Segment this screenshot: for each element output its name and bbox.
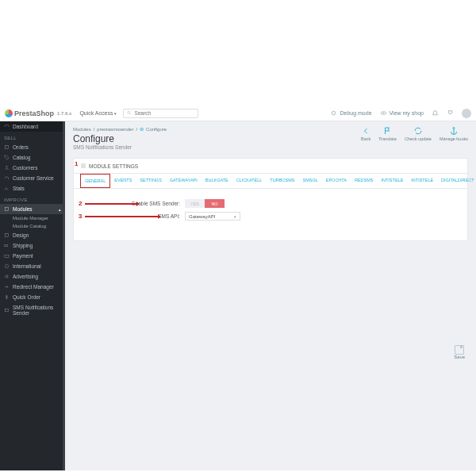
tab-events[interactable]: EVENTS xyxy=(110,174,136,188)
sidebar-section-improve: Improve xyxy=(0,194,65,204)
manage-hooks-button[interactable]: Manage hooks xyxy=(440,126,468,141)
sidebar-item-payment[interactable]: Payment xyxy=(0,251,65,261)
sidebar-item-shipping[interactable]: Shipping xyxy=(0,240,65,251)
anchor-icon xyxy=(449,126,459,136)
sidebar-item-sms[interactable]: SMS Notifications Sender xyxy=(0,302,65,318)
tab-smsgl[interactable]: SMSGL xyxy=(299,174,322,188)
annotation-arrow-3 xyxy=(85,216,160,217)
sidebar-item-customer-service[interactable]: Customer Service xyxy=(0,173,65,183)
eye-icon xyxy=(380,109,387,117)
globe-icon xyxy=(4,263,10,269)
sidebar-item-modules[interactable]: Modules▴ xyxy=(0,204,65,214)
tab-general[interactable]: GENERAL xyxy=(80,174,110,188)
search-input-wrap[interactable] xyxy=(123,109,198,118)
svg-rect-12 xyxy=(5,309,8,311)
annotation-3: 3 xyxy=(79,213,82,220)
annotation-2: 2 xyxy=(79,200,82,207)
api-value: GatewayAPI xyxy=(189,214,215,219)
svg-line-1 xyxy=(130,113,132,115)
bolt-icon xyxy=(4,294,10,300)
svg-point-0 xyxy=(128,111,130,113)
check-update-button[interactable]: Check update xyxy=(405,126,432,141)
back-button[interactable]: Back xyxy=(361,126,370,141)
bell-icon[interactable] xyxy=(432,109,439,117)
sms-api-select[interactable]: GatewayAPI ▾ xyxy=(185,212,240,221)
toggle-yes[interactable]: YES xyxy=(185,199,205,208)
flag-icon xyxy=(383,126,393,136)
sidebar-item-design[interactable]: Design xyxy=(0,230,65,240)
enable-sms-toggle[interactable]: YES NO xyxy=(185,199,225,208)
megaphone-icon xyxy=(4,274,10,279)
crumb-module[interactable]: prestasmssender xyxy=(97,127,133,132)
version-text: 1.7.6.x xyxy=(57,111,71,116)
tab-digitaldirect[interactable]: DIGITALDIRECT xyxy=(437,174,476,188)
translate-button[interactable]: Translate xyxy=(378,126,397,141)
stats-icon xyxy=(4,186,10,191)
svg-rect-9 xyxy=(5,245,8,247)
panel-header: MODULE SETTINGS xyxy=(74,159,467,174)
design-icon xyxy=(4,232,10,238)
tab-clickatell[interactable]: CLICKATELL xyxy=(232,174,267,188)
tab-intistele[interactable]: INTISTELE xyxy=(377,174,407,188)
svg-point-4 xyxy=(382,113,383,113)
tab-bulkgate[interactable]: BULKGATE xyxy=(202,174,232,188)
main-content: Modules/ prestasmssender/ ⚙Configure Con… xyxy=(65,121,476,470)
dashboard-icon xyxy=(4,124,10,129)
sidebar-item-quick-order[interactable]: Quick Order xyxy=(0,292,65,302)
logo-icon xyxy=(5,109,13,117)
sidebar-item-redirect-manager[interactable]: Redirect Manager xyxy=(0,282,65,292)
svg-rect-10 xyxy=(5,255,9,257)
sidebar-sub-module-catalog[interactable]: Module Catalog xyxy=(0,222,65,230)
quick-access-menu[interactable]: Quick Access ▾ xyxy=(79,110,117,116)
svg-point-2 xyxy=(332,111,336,115)
field-sms-api: 3 SMS API: GatewayAPI ▾ xyxy=(82,212,459,221)
tab-redsms[interactable]: REDSMS xyxy=(351,174,378,188)
search-input[interactable] xyxy=(135,110,195,116)
field-enable-sms: 2 Enable SMS Sender: YES NO xyxy=(82,199,459,208)
svg-point-6 xyxy=(6,166,8,167)
chevron-down-icon: ▾ xyxy=(234,214,236,219)
page-subtitle: SMS Notifications Sender xyxy=(73,144,468,150)
search-icon xyxy=(127,110,132,116)
sidebar-item-catalog[interactable]: Catalog xyxy=(0,152,65,163)
header-actions: Back Translate Check update Manage hooks xyxy=(361,126,468,141)
save-icon xyxy=(455,345,464,355)
avatar[interactable] xyxy=(462,109,471,118)
refresh-icon xyxy=(413,126,423,136)
trophy-icon[interactable] xyxy=(447,109,454,117)
sidebar-item-stats[interactable]: Stats xyxy=(0,183,65,194)
toggle-no[interactable]: NO xyxy=(205,199,225,208)
view-my-shop-link[interactable]: View my shop xyxy=(380,109,424,117)
brand-name: PrestaShop xyxy=(14,109,54,117)
user-icon xyxy=(4,165,10,171)
tab-epochta[interactable]: EPOCHTA xyxy=(322,174,351,188)
sms-icon xyxy=(4,308,10,313)
sidebar-item-advertising[interactable]: Advertising xyxy=(0,271,65,282)
tab-settings[interactable]: SETTINGS xyxy=(136,174,166,188)
annotation-1: 1 xyxy=(75,160,78,167)
annotation-arrow-2 xyxy=(85,203,139,205)
tag-icon xyxy=(4,155,10,160)
save-button[interactable]: Save xyxy=(454,345,465,359)
sidebar-sub-module-manager[interactable]: Module Manager xyxy=(0,214,65,222)
brand-logo[interactable]: PrestaShop 1.7.6.x xyxy=(5,109,71,117)
sidebar-section-sell: Sell xyxy=(0,132,65,142)
settings-panel: MODULE SETTINGS GENERAL EVENTS SETTINGS … xyxy=(73,158,468,241)
svg-rect-5 xyxy=(5,146,8,149)
back-icon xyxy=(361,126,370,136)
redirect-icon xyxy=(4,284,10,290)
tab-intistele2[interactable]: INTISTELE xyxy=(407,174,437,188)
tab-turbosms[interactable]: TURBOSMS xyxy=(266,174,298,188)
tab-gatewayapi[interactable]: GATEWAYAPI xyxy=(166,174,202,188)
tabs: GENERAL EVENTS SETTINGS GATEWAYAPI BULKG… xyxy=(74,174,467,189)
sidebar-item-dashboard[interactable]: Dashboard xyxy=(0,121,65,132)
crumb-modules[interactable]: Modules xyxy=(73,127,91,132)
sidebar-item-customers[interactable]: Customers xyxy=(0,163,65,173)
sidebar-item-orders[interactable]: Orders xyxy=(0,142,65,152)
svg-rect-7 xyxy=(5,207,8,210)
cart-icon xyxy=(4,144,10,150)
truck-icon xyxy=(4,243,10,248)
sidebar-item-international[interactable]: International xyxy=(0,261,65,271)
debug-mode-toggle[interactable]: Debug mode xyxy=(330,109,371,117)
sliders-icon xyxy=(80,163,86,169)
